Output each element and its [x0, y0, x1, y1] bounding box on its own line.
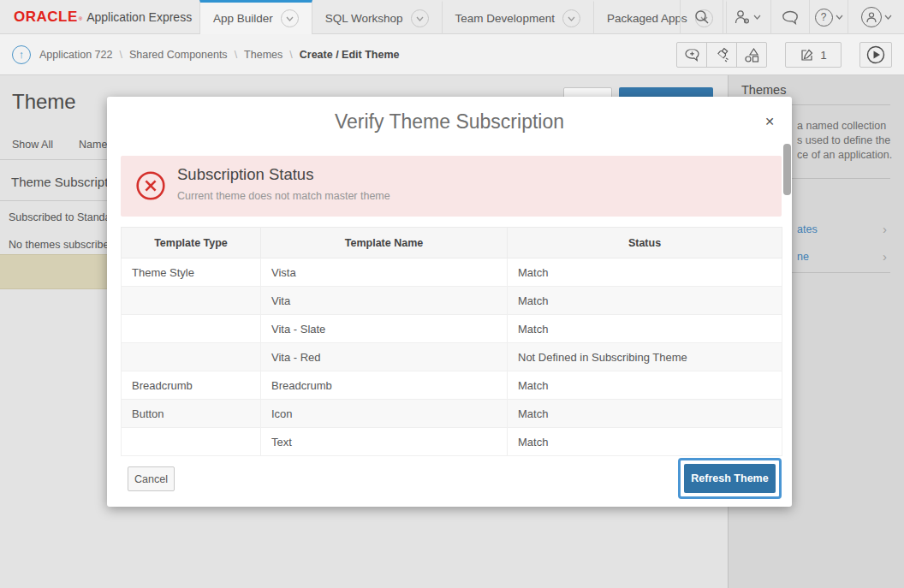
column-header-template-name: Template Name: [261, 228, 508, 258]
cell-status: Match: [508, 428, 782, 456]
chevron-down-icon[interactable]: [562, 9, 580, 27]
sidebar-description-line: a named collection: [797, 119, 892, 134]
breadcrumb-current-page: Create / Edit Theme: [300, 49, 400, 61]
administration-menu-button[interactable]: [723, 0, 770, 34]
table-row: Vita - Red Not Defined in Subscribing Th…: [122, 343, 782, 371]
nav-tabs: App Builder SQL Workshop Team Developmen…: [199, 0, 727, 34]
product-name: Application Express: [86, 10, 192, 24]
filter-show-all[interactable]: Show All: [12, 139, 53, 151]
cell-status: Not Defined in Subscribing Theme: [508, 343, 782, 371]
search-button[interactable]: [680, 0, 723, 34]
cancel-button[interactable]: Cancel: [128, 466, 175, 491]
table-row: Button Icon Match: [122, 400, 782, 428]
tab-team-development[interactable]: Team Development: [443, 0, 594, 34]
breadcrumb-shared-components[interactable]: Shared Components: [129, 49, 228, 61]
filter-name[interactable]: Name: [79, 139, 107, 151]
bubble-plus-icon: [684, 48, 700, 62]
cell-template-type: Breadcrumb: [122, 371, 261, 400]
user-avatar-icon: [861, 7, 882, 27]
page-title: Theme: [12, 90, 76, 114]
play-icon: [866, 45, 885, 64]
sidebar-link-theme[interactable]: ne: [797, 251, 809, 263]
close-icon[interactable]: ✕: [764, 115, 775, 128]
column-header-status: Status: [508, 228, 782, 258]
cell-status: Match: [508, 287, 782, 315]
cell-template-type: Button: [122, 400, 261, 428]
chevron-right-icon: ›: [883, 249, 887, 264]
cell-template-type: [122, 315, 261, 343]
refresh-theme-button[interactable]: Refresh Theme: [684, 464, 776, 493]
nav-icon-bar: ?: [680, 0, 904, 34]
table-row: Breadcrumb Breadcrumb Match: [122, 371, 782, 400]
oracle-logo: ORACLE: [14, 9, 78, 26]
edit-page-button[interactable]: 1: [785, 42, 842, 68]
cell-template-name: Breadcrumb: [261, 371, 508, 400]
chevron-right-icon: ›: [883, 222, 887, 236]
cell-status: Match: [508, 371, 782, 400]
error-circle-x-icon: [135, 170, 166, 201]
chevron-down-icon[interactable]: [281, 9, 299, 27]
alert-title: Subscription Status: [177, 165, 313, 184]
cell-status: Match: [508, 400, 782, 428]
no-subscribers-text: No themes subscribe: [9, 239, 109, 251]
dialog-title: Verify Theme Subscription: [107, 97, 792, 134]
page-toolbar: 1: [676, 42, 892, 68]
help-menu-button[interactable]: ?: [809, 0, 848, 34]
chevron-down-icon[interactable]: [411, 9, 429, 27]
refresh-theme-focus-ring: Refresh Theme: [678, 458, 782, 499]
sidebar-link-templates[interactable]: ates: [797, 223, 818, 235]
cell-template-type: [122, 428, 261, 456]
run-application-button[interactable]: [859, 42, 892, 68]
subscription-status-alert: Subscription Status Current theme does n…: [121, 156, 782, 217]
advisor-button[interactable]: [706, 42, 737, 68]
feedback-add-button[interactable]: [676, 42, 707, 68]
tab-label: Packaged Apps: [607, 12, 687, 25]
top-nav: ORACLE ® Application Express App Builder…: [0, 0, 904, 34]
flashlight-icon: [714, 47, 730, 62]
breadcrumb-bar: ↑ Application 722 \ Shared Components \ …: [0, 34, 904, 75]
chevron-down-icon: [836, 15, 843, 20]
shared-components-button[interactable]: [736, 42, 767, 68]
cell-template-type: [122, 343, 261, 371]
chevron-down-icon: [884, 15, 892, 20]
cell-status: Match: [508, 315, 782, 343]
edit-page-number: 1: [820, 49, 827, 62]
shapes-icon: [744, 47, 760, 63]
template-status-table: Template Type Template Name Status Theme…: [121, 227, 782, 456]
chat-bubble-icon: [782, 10, 799, 25]
brand: ORACLE ® Application Express: [14, 0, 192, 34]
sidebar-description-line: ce of an application.: [797, 148, 892, 163]
alert-message: Current theme does not match master them…: [177, 190, 390, 202]
cell-template-name: Vita: [261, 287, 508, 315]
tab-sql-workshop[interactable]: SQL Workshop: [312, 0, 443, 34]
up-level-icon[interactable]: ↑: [12, 45, 31, 64]
admin-user-gear-icon: [734, 9, 751, 25]
sidebar-description: a named collection s used to define the …: [797, 119, 892, 163]
verify-theme-subscription-dialog: Verify Theme Subscription ✕ Subscription…: [107, 97, 792, 507]
edit-pencil-icon: [800, 48, 814, 62]
breadcrumb-application[interactable]: Application 722: [39, 49, 112, 61]
breadcrumb-themes[interactable]: Themes: [244, 49, 282, 61]
registered-mark: ®: [79, 16, 82, 21]
table-row: Theme Style Vista Match: [122, 258, 782, 287]
user-account-menu-button[interactable]: [848, 0, 904, 34]
breadcrumb-separator: \: [289, 49, 292, 61]
sidebar-description-line: s used to define the: [797, 134, 892, 148]
table-row: Vita - Slate Match: [122, 315, 782, 343]
tab-label: SQL Workshop: [325, 12, 403, 25]
cell-template-name: Icon: [261, 400, 508, 428]
tab-app-builder[interactable]: App Builder: [199, 0, 312, 34]
table-header-row: Template Type Template Name Status: [122, 228, 782, 258]
breadcrumb-separator: \: [119, 49, 122, 61]
cell-template-name: Vista: [261, 258, 508, 287]
modal-scrollbar-thumb[interactable]: [783, 144, 791, 195]
cell-template-type: Theme Style: [122, 258, 261, 287]
tab-label: Team Development: [455, 12, 555, 25]
cell-template-type: [122, 287, 261, 315]
breadcrumb-separator: \: [235, 49, 237, 61]
help-icon: ?: [815, 9, 833, 27]
feedback-button[interactable]: [770, 0, 809, 34]
subscription-text: Subscribed to Standa: [9, 211, 111, 223]
cell-template-name: Vita - Slate: [261, 315, 508, 343]
section-title-theme-subscription: Theme Subscriptio: [11, 175, 118, 189]
